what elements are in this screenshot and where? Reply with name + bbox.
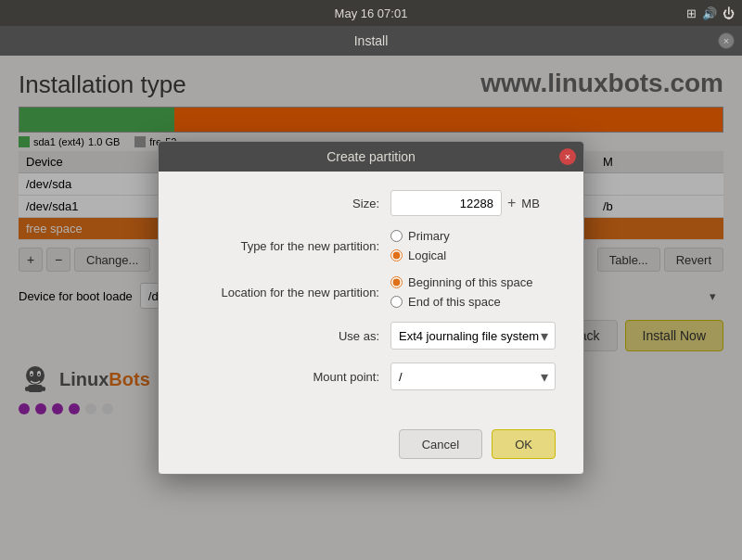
type-logical-text: Logical (408, 248, 446, 262)
type-control: Primary Logical (390, 229, 556, 262)
dialog-close-button[interactable]: × (559, 148, 576, 165)
type-row: Type for the new partition: Primary Logi… (186, 229, 556, 262)
dialog-overlay: Create partition × Size: + MB (0, 56, 742, 560)
size-input[interactable] (390, 190, 502, 216)
volume-icon: 🔊 (702, 6, 717, 20)
main-window: Install × Installation type www.linuxbot… (0, 26, 742, 560)
location-end-label[interactable]: End of this space (390, 295, 532, 309)
type-primary-text: Primary (408, 229, 450, 243)
mount-select-wrap: / /home /boot swap (390, 363, 556, 390)
location-beginning-radio[interactable] (390, 276, 403, 288)
topbar-time: May 16 07:01 (335, 6, 408, 20)
location-label: Location for the new partition: (186, 286, 390, 299)
window-titlebar: Install × (0, 26, 742, 56)
use-as-label: Use as: (186, 329, 390, 343)
cancel-button[interactable]: Cancel (399, 429, 482, 459)
window-content: Installation type www.linuxbots.com sda1… (0, 56, 742, 560)
use-as-select-wrap: Ext4 journaling file system Ext3 journal… (390, 322, 556, 350)
type-logical-radio[interactable] (390, 249, 403, 261)
topbar: May 16 07:01 ⊞ 🔊 ⏻ (0, 0, 742, 26)
mount-select[interactable]: / /home /boot swap (390, 363, 556, 390)
dialog-title: Create partition (326, 149, 416, 164)
location-beginning-label[interactable]: Beginning of this space (390, 275, 532, 289)
type-label: Type for the new partition: (186, 239, 390, 253)
mount-row: Mount point: / /home /boot swap (186, 363, 556, 390)
mount-label: Mount point: (186, 370, 390, 384)
window-close-button[interactable]: × (718, 32, 735, 49)
location-control: Beginning of this space End of this spac… (390, 275, 556, 309)
type-primary-label[interactable]: Primary (390, 229, 450, 243)
location-radio-group: Beginning of this space End of this spac… (390, 275, 532, 309)
power-icon: ⏻ (723, 6, 735, 20)
dialog-titlebar: Create partition × (159, 142, 583, 172)
type-primary-radio[interactable] (390, 230, 403, 242)
location-end-radio[interactable] (390, 296, 403, 308)
location-end-text: End of this space (408, 295, 501, 309)
type-logical-label[interactable]: Logical (390, 248, 450, 262)
window-title: Install (354, 33, 389, 48)
size-label: Size: (186, 197, 390, 210)
network-icon: ⊞ (686, 6, 697, 20)
size-unit: MB (521, 197, 540, 210)
mount-control: / /home /boot swap (390, 363, 556, 390)
type-radio-group: Primary Logical (390, 229, 450, 262)
dialog-actions: Cancel OK (159, 422, 583, 474)
ok-button[interactable]: OK (492, 429, 556, 459)
dialog-body: Size: + MB Type for the new partition: (159, 172, 583, 422)
location-row: Location for the new partition: Beginnin… (186, 275, 556, 309)
use-as-row: Use as: Ext4 journaling file system Ext3… (186, 322, 556, 350)
size-control: + MB (390, 190, 556, 216)
size-row: Size: + MB (186, 190, 556, 216)
use-as-select[interactable]: Ext4 journaling file system Ext3 journal… (390, 322, 556, 350)
use-as-control: Ext4 journaling file system Ext3 journal… (390, 322, 556, 350)
topbar-icons: ⊞ 🔊 ⏻ (686, 6, 735, 20)
size-plus-icon: + (507, 195, 516, 211)
location-beginning-text: Beginning of this space (408, 275, 532, 289)
create-partition-dialog: Create partition × Size: + MB (158, 141, 584, 475)
